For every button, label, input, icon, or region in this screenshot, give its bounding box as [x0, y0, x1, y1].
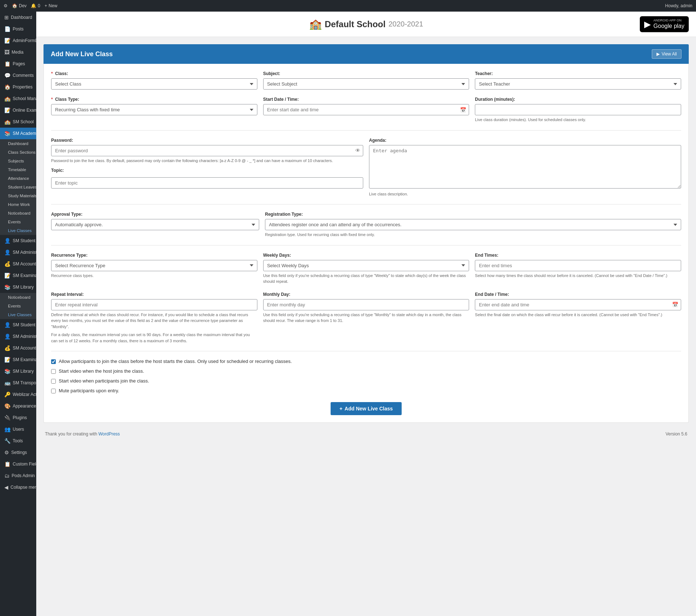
sidebar-item-pods-admin[interactable]: 🗂 Pods Admin [0, 470, 36, 481]
view-all-button[interactable]: ▶ View All [652, 49, 682, 59]
start-video-host-checkbox[interactable] [51, 369, 56, 374]
show-password-button[interactable]: 👁 [355, 148, 360, 153]
weekly-days-select[interactable]: Select Weekly Days [263, 260, 469, 271]
start-date-input[interactable] [263, 104, 469, 115]
form-row-2: * Class Type: Recurring Class with fixed… [51, 97, 681, 123]
teacher-select[interactable]: Select Teacher [475, 78, 681, 90]
sidebar-item-properties[interactable]: 🏠 Properties [0, 81, 36, 93]
school-title: 🏫 Default School 2020-2021 [309, 18, 423, 30]
school-name: Default School [325, 19, 386, 29]
class-type-select[interactable]: Recurring Class with fixed time [51, 104, 257, 115]
submit-row: + Add New Live Class [51, 402, 681, 415]
repeat-interval-input[interactable] [51, 299, 257, 310]
sidebar-item-users[interactable]: 👥 Users [0, 423, 36, 435]
sidebar-item-sm-admin2[interactable]: 👤 SM Administrator [0, 331, 36, 342]
wordpress-link[interactable]: WordPress [98, 431, 120, 437]
sidebar-label-dashboard: Dashboard [11, 15, 32, 20]
google-play-badge[interactable]: ▶ ANDROID APP ON Google play [640, 16, 689, 32]
sidebar-item-sm-student[interactable]: 👤 SM Student [0, 235, 36, 247]
class-select[interactable]: Select Class [51, 78, 257, 90]
registration-select[interactable]: Attendees register once and can attend a… [265, 219, 681, 230]
calendar-icon-button[interactable]: 📅 [460, 107, 466, 113]
allow-participants-checkbox[interactable] [51, 359, 56, 364]
allow-participants-label: Allow participants to join the class bef… [59, 359, 292, 364]
sidebar-item-sm-student2[interactable]: 👤 SM Student [0, 319, 36, 331]
form-row-3: Password: 👁 Password to join the live cl… [51, 138, 681, 197]
sidebar-item-custom-fields[interactable]: 📋 Custom Fields [0, 458, 36, 470]
end-date-input[interactable] [475, 299, 681, 310]
sidebar-item-sm-transport[interactable]: 🚌 SM Transport [0, 377, 36, 389]
submenu-timetable[interactable]: Timetable [0, 165, 36, 174]
topic-input[interactable] [51, 177, 363, 189]
sidebar-item-plugins[interactable]: 🔌 Plugins [0, 412, 36, 423]
submenu2-events[interactable]: Events [0, 302, 36, 310]
sidebar-item-online-exam[interactable]: 📝 Online Exam [0, 104, 36, 116]
checkbox-row-1: Allow participants to join the class bef… [51, 359, 681, 364]
sidebar-item-collapse[interactable]: ◀ Collapse menu [0, 481, 36, 493]
sidebar-item-sm-examination2[interactable]: 📝 SM Examination [0, 354, 36, 365]
sidebar-item-appearance[interactable]: 🎨 Appearance [0, 400, 36, 412]
submenu-attendance[interactable]: Attendance [0, 174, 36, 183]
monthly-day-input[interactable] [263, 299, 469, 310]
site-name[interactable]: 🏠 Dev [12, 3, 26, 8]
sidebar-item-sm-library[interactable]: 📚 SM Library [0, 281, 36, 293]
sidebar-item-comments[interactable]: 💬 Comments [0, 70, 36, 81]
agenda-textarea[interactable] [369, 145, 681, 189]
repeat-interval-label: Repeat Interval: [51, 292, 257, 297]
repeat-interval-hint1: Define the interval at which the class s… [51, 312, 257, 330]
sidebar-item-pages[interactable]: 📋 Pages [0, 58, 36, 70]
end-date-calendar-icon[interactable]: 📅 [672, 302, 678, 307]
new-item[interactable]: + New [45, 3, 57, 8]
recurrence-select[interactable]: Select Recurrence Type [51, 260, 257, 271]
duration-input[interactable]: 40 [475, 104, 681, 115]
duration-hint: Live class duration (minutes). Used for … [475, 117, 681, 123]
user-greeting: Howdy, admin [665, 3, 692, 8]
sidebar-item-sm-examination[interactable]: 📝 SM Examination [0, 270, 36, 281]
sidebar-item-posts[interactable]: 📄 Posts [0, 23, 36, 35]
submenu-study-materials[interactable]: Study Materials [0, 191, 36, 200]
recurrence-label: Recurrence Type: [51, 253, 257, 258]
submenu-student-leaves[interactable]: Student Leaves [0, 183, 36, 191]
properties-icon: 🏠 [4, 84, 11, 90]
submenu2-noticeboard[interactable]: Noticeboard [0, 293, 36, 302]
sidebar-item-school-mgmt[interactable]: 🏫 School Management [0, 93, 36, 104]
form-row-5: Recurrence Type: Select Recurrence Type … [51, 253, 681, 285]
approval-select[interactable]: Automatically approve. [51, 219, 259, 230]
sm-examination-icon: 📝 [4, 273, 11, 278]
end-times-input[interactable] [475, 260, 681, 271]
start-video-participants-checkbox[interactable] [51, 379, 56, 384]
sidebar-item-sm-accounting[interactable]: 💰 SM Accounting [0, 258, 36, 270]
sidebar-label-sm-school: SM School [13, 119, 34, 124]
updates[interactable]: 🔔 0 [31, 3, 40, 8]
submenu-noticeboard[interactable]: Noticeboard [0, 209, 36, 218]
submenu-subjects[interactable]: Subjects [0, 157, 36, 165]
agenda-hint: Live class description. [369, 191, 681, 197]
sidebar-item-weblizar[interactable]: 🔑 Weblizar Activation [0, 389, 36, 400]
sidebar-item-settings[interactable]: ⚙ Settings [0, 447, 36, 458]
wp-logo[interactable]: ⚙ [4, 3, 8, 8]
submenu-live-classes[interactable]: Live Classes [0, 226, 36, 235]
sidebar-item-adminform[interactable]: 📝 AdminFormDemo [0, 35, 36, 46]
subject-select[interactable]: Select Subject [263, 78, 469, 90]
sidebar-item-media[interactable]: 🖼 Media [0, 46, 36, 58]
sidebar-item-sm-library2[interactable]: 📚 SM Library [0, 365, 36, 377]
sidebar-item-dashboard[interactable]: ⊞ Dashboard [0, 12, 36, 23]
submenu2-live-classes[interactable]: Live Classes [0, 310, 36, 319]
sidebar-item-sm-academic[interactable]: 📚 SM Academic [0, 128, 36, 139]
sidebar-item-tools[interactable]: 🔧 Tools [0, 435, 36, 447]
adminform-icon: 📝 [4, 38, 11, 44]
sidebar-item-sm-accounting2[interactable]: 💰 SM Accounting [0, 342, 36, 354]
weekly-days-group: Weekly Days: Select Weekly Days Use this… [263, 253, 469, 285]
submenu-class-sections[interactable]: Class Sections [0, 148, 36, 157]
submenu-dashboard[interactable]: Dashboard [0, 139, 36, 148]
password-input[interactable] [51, 145, 363, 156]
admin-bar: ⚙ 🏠 Dev 🔔 0 + New Howdy, admin [0, 0, 696, 12]
submenu-homework[interactable]: Home Work [0, 200, 36, 209]
pages-icon: 📋 [4, 61, 11, 67]
sidebar-item-sm-admin[interactable]: 👤 SM Administrator [0, 247, 36, 258]
sidebar-item-sm-school[interactable]: 🏫 SM School [0, 116, 36, 128]
submenu-events[interactable]: Events [0, 218, 36, 226]
submit-button[interactable]: + Add New Live Class [331, 402, 401, 415]
start-video-host-label: Start video when the host joins the clas… [59, 368, 144, 374]
mute-participants-checkbox[interactable] [51, 389, 56, 393]
